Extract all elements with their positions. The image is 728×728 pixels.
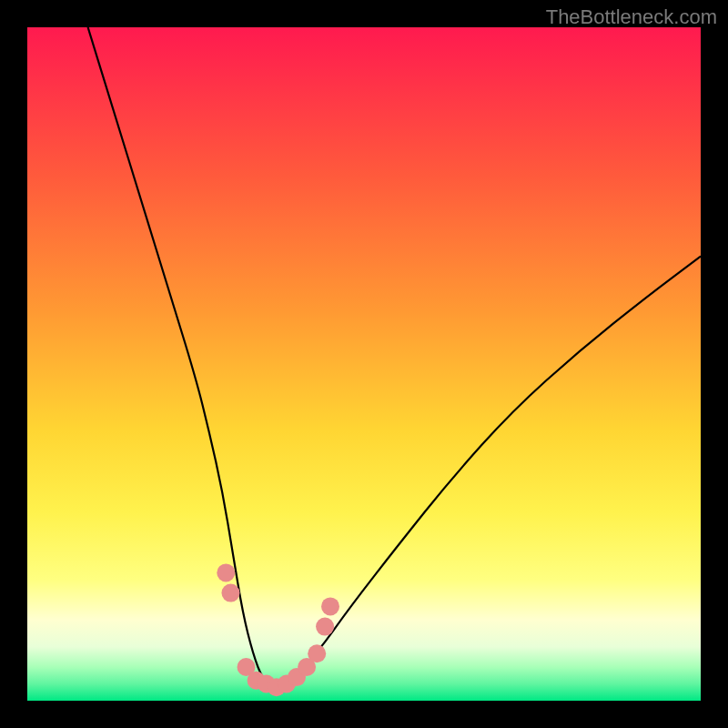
highlight-marker — [308, 644, 326, 662]
highlight-markers — [217, 563, 339, 696]
curve-layer — [27, 27, 701, 701]
bottleneck-curve — [88, 27, 701, 685]
highlight-marker — [221, 584, 239, 602]
highlight-marker — [316, 618, 334, 636]
chart-frame: TheBottleneck.com — [0, 0, 728, 728]
highlight-marker — [321, 597, 339, 615]
watermark-text: TheBottleneck.com — [546, 5, 717, 29]
highlight-marker — [217, 563, 235, 581]
